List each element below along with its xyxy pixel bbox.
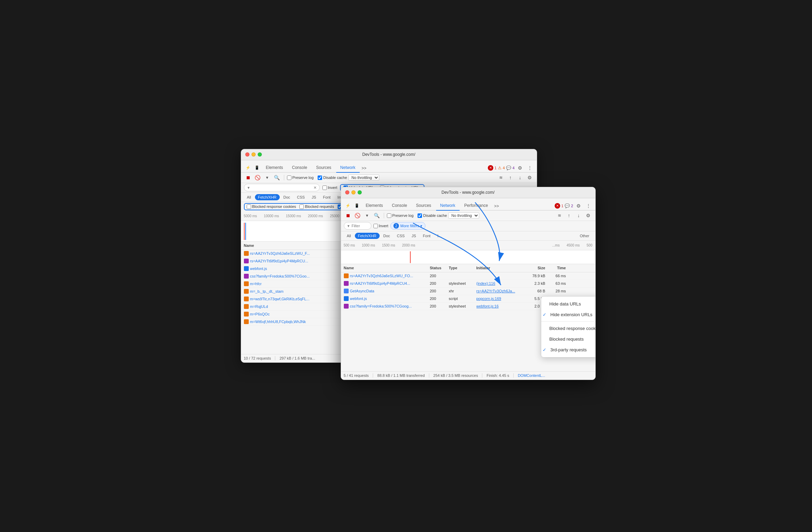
fg-col-time[interactable]: Time [545,266,566,270]
bg-upload-icon[interactable]: ↑ [506,173,515,182]
fg-more-icon[interactable]: ⋮ [584,202,593,210]
fg-row-initiator-link-2[interactable]: rs=AA2YrTv3Qzh6Ja... [476,289,515,293]
bg-download-icon[interactable]: ↓ [516,173,524,182]
fg-filter-font[interactable]: Font [420,233,434,239]
fg-settings-icon[interactable]: ⚙ [575,202,583,210]
fg-stop-recording-icon[interactable]: ⏹ [344,211,352,220]
table-row[interactable]: rs=AA2YrTv3Qzh6Ja6eSLzWU_FO... 200 78.9 … [341,272,595,280]
fg-filter-all[interactable]: All [344,233,354,239]
bg-search-icon[interactable]: 🔍 [273,173,281,182]
fg-net-settings-icon[interactable]: ⚙ [584,211,593,220]
bg-devtools-icon[interactable]: ⚡ [244,164,252,172]
fg-more-filters-button[interactable]: 2 More filters ▾ [390,222,425,230]
fg-filter-other[interactable]: Other [577,233,593,239]
fg-tab-more[interactable]: >> [493,202,500,211]
fg-tab-network[interactable]: Network [436,201,460,211]
bg-close-button[interactable] [245,152,249,157]
fg-menu-hide-data-urls[interactable]: Hide data URLs [541,299,596,309]
table-row[interactable]: GetAsyncData 200 xhr rs=AA2YrTv3Qzh6Ja..… [341,288,595,295]
bg-tab-elements[interactable]: Elements [262,163,287,173]
fg-devtools-icon[interactable]: ⚡ [344,202,352,210]
fg-search-icon[interactable]: 🔍 [373,211,381,220]
bg-blocked-requests-checkbox[interactable] [299,204,304,209]
bg-filter-font[interactable]: Font [320,194,334,200]
bg-filter-input[interactable] [251,185,312,190]
bg-invert-label[interactable]: Invert [322,185,338,190]
table-row[interactable]: rs=AA2YrTt6lf9d1pi4yP4MpRCU4... 200 styl… [341,280,595,288]
fg-menu-blocked-requests[interactable]: Blocked requests [541,334,596,344]
bg-more-icon[interactable]: ⋮ [526,164,534,172]
bg-filter-icon[interactable]: ▼ [263,173,271,182]
bg-tab-more[interactable]: >> [360,164,368,173]
fg-invert-checkbox-label[interactable]: Invert [373,224,389,228]
fg-maximize-button[interactable] [358,190,362,194]
fg-filter-fetchxhr[interactable]: Fetch/XHR [355,233,380,239]
bg-col-name[interactable]: Name [244,243,313,248]
fg-col-name[interactable]: Name [344,266,430,270]
fg-clear-icon[interactable]: 🚫 [353,211,362,220]
bg-disable-cache-label[interactable]: Disable cache [318,175,347,180]
bg-filter-fetchxhr[interactable]: Fetch/XHR [255,194,280,200]
bg-minimize-button[interactable] [251,152,256,157]
fg-menu-hide-extension-urls[interactable]: Hide extension URLs [541,309,596,320]
fg-throttle-select[interactable]: No throttling [448,212,479,219]
bg-preserve-log-label[interactable]: Preserve log [287,175,314,180]
fg-col-type[interactable]: Type [449,266,476,270]
fg-tab-sources[interactable]: Sources [412,201,435,211]
fg-separator-1 [384,213,384,218]
fg-download-icon[interactable]: ↓ [575,211,583,220]
fg-filter-img[interactable]: I... [434,233,445,239]
bg-filter-css[interactable]: CSS [294,194,308,200]
bg-filter-js[interactable]: JS [309,194,319,200]
bg-invert-checkbox[interactable] [322,185,327,190]
bg-stop-recording-icon[interactable]: ⏹ [244,173,252,182]
fg-menu-blocked-response-cookies[interactable]: Blocked response cookies [541,323,596,334]
fg-row-initiator-link-4[interactable]: webfont.js:16 [476,304,499,308]
fg-invert-checkbox[interactable] [373,224,378,228]
fg-filter-icon[interactable]: ▼ [363,211,371,220]
fg-responsive-icon[interactable]: 📱 [353,202,361,210]
fg-wifi-icon[interactable]: ≋ [555,211,564,220]
bg-blocked-requests-label[interactable]: Blocked requests [299,204,334,209]
fg-disable-cache-label[interactable]: Disable cache [418,213,447,218]
bg-settings-icon[interactable]: ⚙ [516,164,524,172]
fg-col-size[interactable]: Size [521,266,545,270]
bg-responsive-icon[interactable]: 📱 [253,164,261,172]
fg-tab-console[interactable]: Console [388,201,411,211]
fg-tab-elements[interactable]: Elements [362,201,387,211]
fg-col-initiator[interactable]: Initiator [476,266,521,270]
bg-preserve-log-checkbox[interactable] [287,175,291,180]
fg-filter-js[interactable]: JS [409,233,419,239]
bg-maximize-button[interactable] [258,152,262,157]
fg-preserve-log-checkbox[interactable] [387,213,391,218]
fg-upload-icon[interactable]: ↑ [565,211,573,220]
bg-throttle-select[interactable]: No throttling [348,174,379,181]
fg-menu-third-party-requests[interactable]: 3rd-party requests [541,344,596,355]
bg-net-settings-icon[interactable]: ⚙ [526,173,534,182]
fg-row-initiator-link-1[interactable]: (index):116 [476,281,495,285]
bg-disable-cache-checkbox[interactable] [318,175,322,180]
fg-tab-performance[interactable]: Performance [460,201,492,211]
fg-close-button[interactable] [345,190,349,194]
bg-filter-doc[interactable]: Doc [280,194,294,200]
fg-minimize-button[interactable] [351,190,356,194]
fg-filter-css[interactable]: CSS [394,233,408,239]
fg-filter-input-wrap[interactable]: ▼ Filter [344,222,371,230]
fg-disable-cache-checkbox[interactable] [418,213,422,218]
bg-wifi-icon[interactable]: ≋ [497,173,505,182]
fg-domcontent-link[interactable]: DOMContentL... [518,373,545,378]
bg-blocked-response-label[interactable]: Blocked response cookies [247,204,296,209]
bg-timeline-bar-blue [245,223,246,240]
fg-col-status[interactable]: Status [430,266,449,270]
bg-tab-network[interactable]: Network [336,163,360,173]
bg-blocked-response-checkbox[interactable] [247,204,251,209]
bg-clear-icon[interactable]: 🚫 [254,173,262,182]
bg-error-badge: ✕ 1 [488,165,496,171]
bg-filter-clear-icon[interactable]: ✕ [314,185,317,190]
fg-row-initiator-link-3[interactable]: popcorn.js:169 [476,297,501,301]
fg-filter-doc[interactable]: Doc [380,233,393,239]
bg-tab-sources[interactable]: Sources [312,163,336,173]
fg-preserve-log-label[interactable]: Preserve log [387,213,414,218]
bg-filter-all[interactable]: All [244,194,254,200]
bg-tab-console[interactable]: Console [288,163,311,173]
